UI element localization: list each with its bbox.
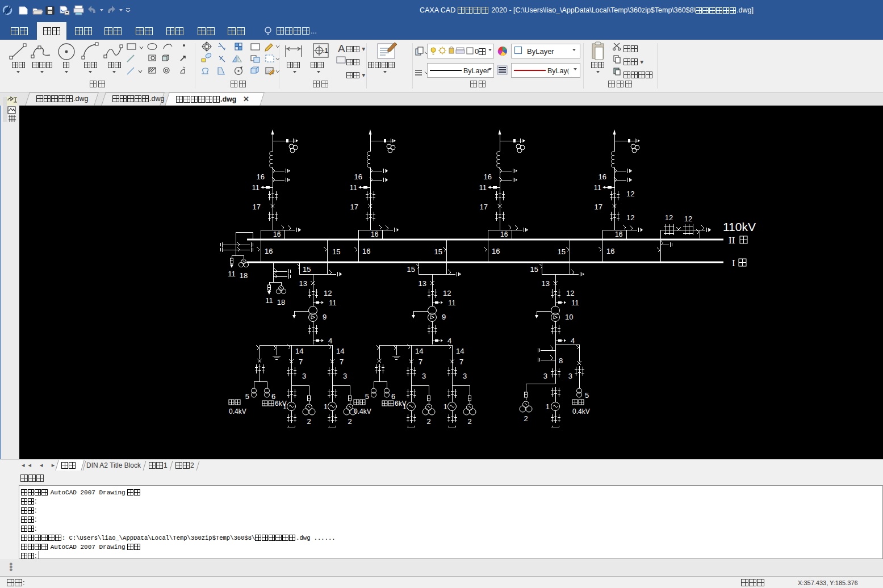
svg-text:.1: .1 [323, 48, 328, 54]
svg-text:12: 12 [626, 190, 634, 198]
svg-text:16: 16 [354, 173, 362, 181]
svg-text:11: 11 [571, 299, 579, 307]
svg-text:1: 1 [324, 402, 328, 411]
svg-text:14: 14 [456, 347, 464, 355]
svg-text:15: 15 [558, 247, 566, 256]
svg-text:16: 16 [371, 230, 379, 238]
svg-text:3: 3 [302, 372, 306, 380]
svg-text:7: 7 [299, 358, 303, 366]
svg-text:110kV: 110kV [723, 220, 756, 233]
svg-text:16: 16 [362, 247, 370, 255]
svg-text:12: 12 [566, 289, 574, 297]
svg-text:13: 13 [542, 279, 550, 288]
svg-text:16: 16 [500, 230, 508, 238]
svg-text:0.4kV: 0.4kV [572, 408, 590, 415]
svg-text:11: 11 [448, 299, 456, 307]
svg-text:11: 11 [329, 299, 337, 307]
svg-text:12: 12 [626, 213, 634, 222]
svg-text:4: 4 [328, 337, 332, 345]
svg-text:2: 2 [426, 417, 430, 426]
svg-text:3: 3 [343, 372, 347, 380]
svg-text:13: 13 [299, 279, 307, 288]
svg-text:4: 4 [571, 337, 575, 345]
svg-text:1: 1 [443, 402, 447, 411]
svg-text:17: 17 [595, 203, 602, 211]
svg-text:12: 12 [665, 213, 673, 222]
svg-text:14: 14 [415, 347, 423, 355]
svg-text:4: 4 [447, 337, 451, 345]
svg-text:7: 7 [340, 358, 344, 366]
svg-text:15: 15 [332, 247, 340, 256]
svg-text:10: 10 [565, 313, 573, 321]
svg-text:2: 2 [524, 414, 528, 423]
svg-text:5: 5 [585, 391, 589, 400]
svg-text:16: 16 [257, 173, 265, 181]
svg-text:15: 15 [434, 247, 442, 256]
svg-text:3: 3 [543, 372, 547, 380]
svg-text:5: 5 [245, 392, 249, 401]
svg-text:11: 11 [594, 183, 602, 192]
svg-text:15: 15 [530, 265, 538, 274]
svg-text:16: 16 [265, 247, 273, 255]
svg-text:16: 16 [484, 173, 492, 181]
svg-text:11: 11 [479, 183, 487, 192]
svg-text:17: 17 [350, 203, 358, 211]
svg-text:9: 9 [323, 313, 327, 321]
svg-text:13: 13 [419, 279, 426, 288]
svg-text:6kV: 6kV [275, 400, 287, 408]
svg-text:0.4kV: 0.4kV [354, 408, 371, 415]
svg-text:18: 18 [277, 298, 285, 306]
svg-text:16: 16 [606, 247, 614, 255]
svg-text:17: 17 [253, 203, 261, 211]
svg-text:17: 17 [480, 203, 488, 211]
svg-text:11: 11 [252, 183, 260, 192]
svg-text:3: 3 [568, 372, 572, 380]
svg-text:12: 12 [324, 289, 332, 297]
svg-text:11: 11 [228, 270, 236, 278]
svg-text:18: 18 [240, 271, 248, 280]
svg-text:16: 16 [615, 230, 623, 238]
svg-text:8: 8 [559, 356, 563, 365]
svg-text:11: 11 [350, 183, 358, 192]
svg-text:6kV: 6kV [395, 400, 407, 408]
svg-text:2: 2 [307, 417, 311, 426]
svg-text:15: 15 [303, 265, 311, 274]
svg-text:3: 3 [422, 372, 426, 380]
svg-text:16: 16 [273, 230, 281, 238]
svg-text:12: 12 [684, 215, 692, 223]
svg-text:2: 2 [467, 417, 471, 426]
svg-text:2: 2 [348, 417, 351, 426]
svg-text:II: II [729, 235, 735, 246]
svg-text:16: 16 [492, 247, 500, 255]
svg-text:0.4kV: 0.4kV [229, 408, 246, 415]
svg-text:I: I [732, 258, 735, 268]
svg-text:7: 7 [419, 358, 422, 366]
svg-text:1: 1 [546, 402, 550, 411]
svg-text:15: 15 [407, 265, 415, 274]
svg-text:14: 14 [295, 347, 303, 355]
svg-text:14: 14 [336, 347, 344, 355]
svg-text:9: 9 [442, 313, 446, 321]
svg-text:5: 5 [365, 392, 369, 401]
svg-text:16: 16 [599, 173, 606, 181]
svg-text:7: 7 [459, 358, 463, 366]
svg-text:3: 3 [463, 372, 467, 380]
svg-text:11: 11 [265, 296, 273, 305]
svg-text:12: 12 [443, 289, 451, 297]
svg-text:A: A [338, 43, 345, 54]
